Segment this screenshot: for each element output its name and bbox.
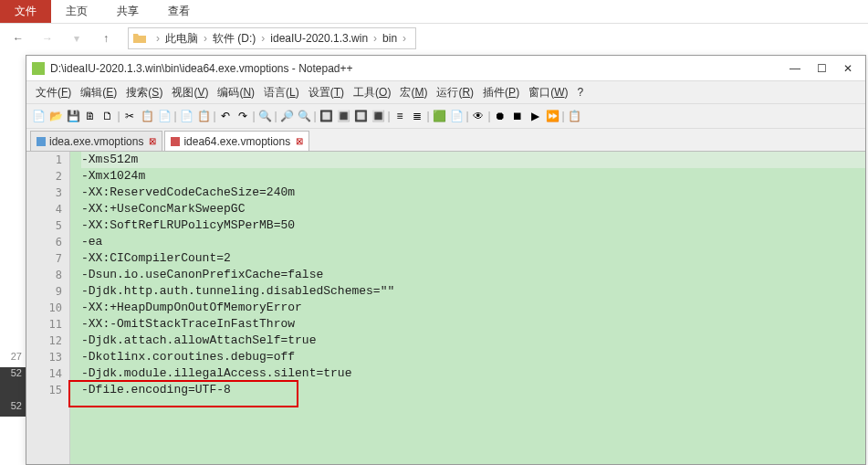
- toolbar-button[interactable]: 🔍: [256, 108, 273, 124]
- ribbon-tab[interactable]: 共享: [102, 0, 153, 23]
- breadcrumb-item[interactable]: ideaIU-2020.1.3.win: [270, 32, 368, 45]
- code-line[interactable]: -ea: [81, 234, 865, 250]
- toolbar-button[interactable]: 📄: [178, 108, 194, 124]
- code-line[interactable]: -XX:+HeapDumpOnOutOfMemoryError: [81, 300, 865, 316]
- toolbar-button[interactable]: ✂: [121, 108, 138, 124]
- toolbar-button[interactable]: 🔎: [278, 108, 295, 124]
- toolbar-button[interactable]: 📄: [30, 108, 47, 124]
- menu-item[interactable]: 语言(L): [260, 83, 303, 102]
- nav-back-button[interactable]: ←: [7, 27, 29, 49]
- explorer-nav-bar: ← → ▾ ↑ › 此电脑›软件 (D:)›ideaIU-2020.1.3.wi…: [0, 24, 868, 53]
- folder-icon: [132, 31, 147, 46]
- nav-dropdown-button[interactable]: ▾: [66, 27, 88, 49]
- toolbar-button[interactable]: 📋: [566, 108, 582, 124]
- menu-item[interactable]: 工具(O): [350, 83, 394, 102]
- side-line: [0, 318, 26, 334]
- code-line[interactable]: -Dkotlinx.coroutines.debug=off: [81, 349, 865, 365]
- toolbar-button[interactable]: 👁: [470, 108, 486, 124]
- side-line: [0, 269, 26, 285]
- side-line: 52: [0, 367, 26, 384]
- toolbar-button[interactable]: ⏺: [492, 108, 508, 124]
- nav-forward-button[interactable]: →: [37, 27, 58, 49]
- toolbar-button[interactable]: ≣: [409, 108, 425, 124]
- side-line: [0, 137, 26, 153]
- breadcrumb[interactable]: › 此电脑›软件 (D:)›ideaIU-2020.1.3.win›bin›: [128, 27, 416, 49]
- menu-item[interactable]: 搜索(S): [122, 83, 166, 102]
- code-line[interactable]: -Dfile.encoding=UTF-8: [81, 382, 865, 398]
- toolbar-button[interactable]: 🔲: [318, 108, 334, 124]
- menu-item[interactable]: ?: [573, 84, 587, 100]
- toolbar-button[interactable]: ↷: [235, 108, 251, 124]
- toolbar-button[interactable]: 📄: [156, 108, 173, 124]
- toolbar-button[interactable]: 📄: [448, 108, 465, 124]
- ribbon-tab[interactable]: 主页: [51, 0, 102, 23]
- line-number: [26, 431, 69, 448]
- toolbar-button[interactable]: 🗋: [99, 108, 116, 124]
- breadcrumb-item[interactable]: 此电脑: [165, 32, 198, 45]
- code-line[interactable]: -Dsun.io.useCanonPrefixCache=false: [81, 267, 865, 283]
- side-line: [0, 384, 26, 400]
- ribbon-tab[interactable]: 文件: [0, 0, 51, 23]
- chevron-right-icon: ›: [261, 32, 265, 45]
- menu-item[interactable]: 宏(M): [396, 83, 431, 102]
- toolbar-button[interactable]: 📋: [195, 108, 212, 124]
- toolbar-button[interactable]: ▶: [527, 108, 543, 124]
- file-tabs: idea.exe.vmoptions⊠idea64.exe.vmoptions⊠: [26, 129, 865, 151]
- menu-item[interactable]: 插件(P): [479, 83, 523, 102]
- toolbar-button[interactable]: 🔳: [335, 108, 351, 124]
- code-line[interactable]: -Djdk.attach.allowAttachSelf=true: [81, 333, 865, 349]
- code-line[interactable]: -Djdk.http.auth.tunneling.disabledScheme…: [81, 283, 865, 300]
- minimize-button[interactable]: —: [790, 62, 800, 75]
- file-tab[interactable]: idea.exe.vmoptions⊠: [30, 131, 162, 151]
- menu-bar: 文件(F)编辑(E)搜索(S)视图(V)编码(N)语言(L)设置(T)工具(O)…: [26, 81, 865, 103]
- file-tab[interactable]: idea64.exe.vmoptions⊠: [164, 131, 309, 151]
- toolbar-button[interactable]: 🔍: [296, 108, 312, 124]
- breadcrumb-item[interactable]: bin: [382, 32, 397, 45]
- toolbar-button[interactable]: ⏹: [509, 108, 526, 124]
- window-controls: — ☐ ✕: [790, 62, 860, 75]
- code-line[interactable]: -XX:SoftRefLRUPolicyMSPerMB=50: [81, 217, 865, 234]
- toolbar-button[interactable]: 🗎: [82, 108, 99, 124]
- code-line[interactable]: -Xmx1024m: [81, 168, 865, 185]
- menu-item[interactable]: 编码(N): [214, 83, 258, 102]
- code-content[interactable]: -Xms512m-Xmx1024m-XX:ReservedCodeCacheSi…: [70, 152, 865, 464]
- code-line[interactable]: -Xms512m: [81, 152, 865, 168]
- toolbar-button[interactable]: ↶: [217, 108, 234, 124]
- side-line: 27: [0, 351, 26, 367]
- side-line: [0, 301, 26, 318]
- code-line[interactable]: -XX:ReservedCodeCacheSize=240m: [81, 185, 865, 201]
- toolbar-button[interactable]: 📂: [47, 108, 64, 124]
- menu-item[interactable]: 视图(V): [168, 83, 212, 102]
- side-line: [0, 219, 26, 236]
- menu-item[interactable]: 设置(T): [305, 83, 348, 102]
- maximize-button[interactable]: ☐: [817, 62, 827, 75]
- line-number: 1: [26, 152, 69, 168]
- side-line: [0, 153, 26, 170]
- code-line[interactable]: -XX:+UseConcMarkSweepGC: [81, 201, 865, 217]
- file-status-icon: [171, 137, 180, 146]
- close-tab-icon[interactable]: ⊠: [296, 136, 303, 146]
- toolbar-button[interactable]: 🔳: [370, 108, 386, 124]
- toolbar-button[interactable]: ≡: [392, 108, 408, 124]
- toolbar-button[interactable]: 🟩: [431, 108, 447, 124]
- menu-item[interactable]: 运行(R): [433, 83, 477, 102]
- close-tab-icon[interactable]: ⊠: [149, 136, 156, 146]
- code-line[interactable]: -Djdk.module.illegalAccess.silent=true: [81, 365, 865, 382]
- line-number: 14: [26, 365, 69, 382]
- window-titlebar[interactable]: D:\ideaIU-2020.1.3.win\bin\idea64.exe.vm…: [26, 56, 865, 81]
- line-number: 4: [26, 201, 69, 217]
- toolbar-button[interactable]: 💾: [65, 108, 81, 124]
- close-button[interactable]: ✕: [843, 62, 852, 75]
- ribbon-tab[interactable]: 查看: [153, 0, 204, 23]
- menu-item[interactable]: 窗口(W): [525, 83, 571, 102]
- code-line[interactable]: -XX:CICompilerCount=2: [81, 250, 865, 267]
- menu-item[interactable]: 编辑(E): [77, 83, 120, 102]
- toolbar-button[interactable]: 📋: [139, 108, 155, 124]
- menu-item[interactable]: 文件(F): [32, 83, 75, 102]
- breadcrumb-item[interactable]: 软件 (D:): [213, 32, 256, 45]
- code-line[interactable]: -XX:-OmitStackTraceInFastThrow: [81, 316, 865, 333]
- side-line: [0, 236, 26, 252]
- toolbar-button[interactable]: ⏩: [544, 108, 560, 124]
- toolbar-button[interactable]: 🔲: [352, 108, 369, 124]
- nav-up-button[interactable]: ↑: [95, 27, 117, 49]
